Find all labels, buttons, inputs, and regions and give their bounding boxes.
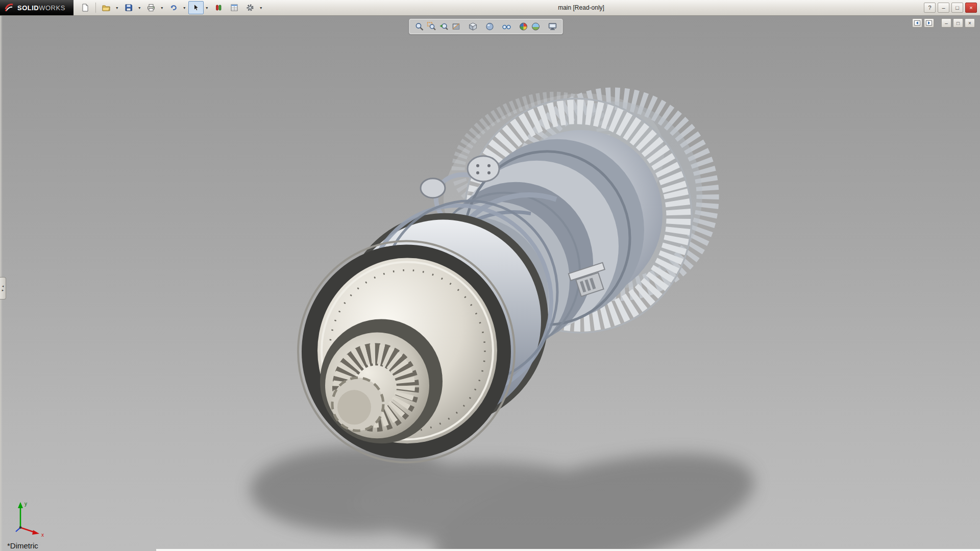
select-dropdown[interactable]: ▾ — [204, 1, 210, 14]
triad-y-label: y — [24, 501, 27, 507]
orientation-triad: y x — [9, 498, 50, 538]
open-folder-icon — [102, 4, 110, 12]
solidworks-logo-icon — [4, 3, 14, 13]
options-gear-icon — [246, 4, 254, 12]
help-button[interactable]: ? — [924, 3, 936, 13]
open-dropdown[interactable]: ▾ — [114, 1, 120, 14]
display-style-icon — [485, 22, 495, 31]
triad-y-axis-arrow — [18, 502, 23, 508]
section-view-icon — [452, 22, 461, 31]
pane-right-icon — [926, 20, 932, 26]
rebuild-icon — [214, 4, 223, 12]
select-cursor-icon — [192, 4, 200, 12]
hide-show-items-button[interactable] — [501, 21, 512, 32]
display-style-button[interactable] — [484, 21, 496, 32]
graphics-viewport[interactable]: – □ × ◂ ▸ y x *Dimetric — [0, 16, 980, 551]
rebuild-button[interactable] — [211, 1, 226, 14]
document-window-controls: – □ × — [912, 18, 975, 28]
file-properties-icon — [230, 4, 238, 12]
view-orientation-button[interactable] — [468, 21, 479, 32]
pane-toggle-left-button[interactable] — [912, 18, 922, 28]
headsup-separator — [480, 27, 483, 27]
headsup-separator — [497, 27, 500, 27]
heads-up-view-toolbar — [409, 19, 563, 34]
save-icon — [125, 4, 133, 12]
print-button[interactable] — [143, 1, 159, 14]
section-view-button[interactable] — [451, 21, 462, 32]
document-restore-button[interactable]: □ — [953, 18, 963, 28]
restore-button[interactable]: □ — [951, 3, 963, 13]
main-toolbar: ▾ ▾ ▾ — [78, 1, 264, 14]
save-dropdown[interactable]: ▾ — [136, 1, 143, 14]
pane-collapse-arrow: ◂ — [2, 284, 4, 288]
minimize-button[interactable]: – — [938, 3, 949, 13]
file-properties-button[interactable] — [227, 1, 242, 14]
panel-splitter-tab[interactable]: ◂ ▸ — [0, 277, 6, 299]
pane-expand-arrow: ▸ — [2, 288, 4, 292]
view-settings-icon — [548, 22, 557, 31]
new-document-button[interactable] — [78, 1, 93, 14]
apply-scene-icon — [531, 22, 541, 31]
brand-text: SOLIDWORKS — [17, 4, 65, 12]
titlebar: SOLIDWORKS ▾ — [0, 0, 980, 16]
triad-x-axis-arrow — [32, 530, 39, 535]
edit-appearance-icon — [519, 22, 528, 31]
view-orientation-icon — [469, 22, 478, 31]
previous-view-icon — [439, 22, 449, 31]
hide-show-items-icon — [502, 22, 511, 31]
options-button[interactable] — [242, 1, 258, 14]
undo-icon — [169, 4, 178, 12]
zoom-to-area-icon — [427, 22, 436, 31]
select-button[interactable] — [188, 1, 204, 14]
previous-view-button[interactable] — [438, 21, 450, 32]
new-document-icon — [81, 4, 89, 12]
apply-scene-button[interactable] — [530, 21, 542, 32]
print-icon — [147, 4, 155, 12]
headsup-separator — [513, 27, 517, 27]
zoom-to-fit-button[interactable] — [414, 21, 425, 32]
solidworks-logo: SOLIDWORKS — [0, 0, 74, 15]
headsup-separator — [463, 27, 467, 27]
print-dropdown[interactable]: ▾ — [159, 1, 165, 14]
jet-engine-model[interactable] — [298, 63, 730, 463]
document-minimize-button[interactable]: – — [941, 18, 951, 28]
view-orientation-label: *Dimetric — [7, 541, 38, 550]
pane-toggle-right-button[interactable] — [924, 18, 934, 28]
view-settings-button[interactable] — [547, 21, 558, 32]
zoom-to-fit-icon — [415, 22, 424, 31]
window-title: main [Read-only] — [558, 0, 604, 15]
edit-appearance-button[interactable] — [518, 21, 529, 32]
save-button[interactable] — [121, 1, 136, 14]
open-button[interactable] — [99, 1, 114, 14]
toolbar-separator — [95, 3, 96, 13]
close-button[interactable]: × — [965, 3, 977, 13]
options-dropdown[interactable]: ▾ — [258, 1, 264, 14]
headsup-separator — [543, 27, 546, 27]
statusbar-edge — [156, 549, 980, 551]
model-shadow — [250, 429, 765, 551]
undo-dropdown[interactable]: ▾ — [181, 1, 188, 14]
pane-left-icon — [914, 20, 920, 26]
window-controls: ? – □ × — [924, 3, 980, 13]
undo-button[interactable] — [166, 1, 181, 14]
zoom-to-area-button[interactable] — [426, 21, 437, 32]
document-close-button[interactable]: × — [965, 18, 975, 28]
model-scene[interactable] — [0, 16, 980, 551]
triad-x-label: x — [41, 532, 44, 538]
